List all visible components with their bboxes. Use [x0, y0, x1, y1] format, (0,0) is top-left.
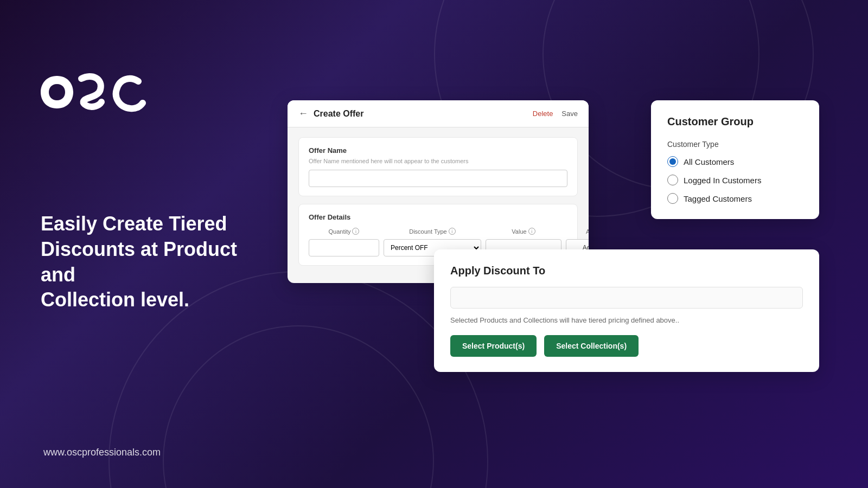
bg-decoration-circle-4 — [163, 325, 434, 488]
quantity-input[interactable] — [309, 239, 379, 256]
apply-discount-buttons: Select Product(s) Select Collection(s) — [450, 335, 803, 357]
offer-name-hint: Offer Name mentioned here will not appea… — [309, 158, 567, 164]
radio-all-customers[interactable]: All Customers — [667, 156, 803, 167]
offer-name-label: Offer Name — [309, 146, 567, 155]
card-header-left: ← Create Offer — [298, 108, 363, 119]
tagline: Easily Create Tiered Discounts at Produc… — [41, 211, 269, 313]
radio-tagged-customers-label: Tagged Customers — [684, 194, 752, 203]
card-header-right: Delete Save — [533, 110, 578, 118]
radio-logged-in-customers[interactable]: Logged In Customers — [667, 175, 803, 185]
discount-type-info-icon: i — [449, 228, 456, 235]
customer-group-card: Customer Group Customer Type All Custome… — [651, 100, 819, 219]
tagline-line3: Collection level. — [41, 288, 189, 311]
logo-area — [41, 65, 149, 116]
delete-button[interactable]: Delete — [533, 110, 553, 118]
website-url: www.oscprofessionals.com — [43, 447, 161, 458]
col-actions: Actions — [566, 228, 589, 235]
tagline-line1: Easily Create Tiered — [41, 213, 227, 235]
col-quantity: Quantity i — [309, 228, 379, 235]
tagline-line2: Discounts at Product and — [41, 238, 237, 286]
radio-logged-in-customers-input[interactable] — [667, 175, 678, 185]
radio-tagged-customers[interactable]: Tagged Customers — [667, 193, 803, 204]
radio-all-customers-label: All Customers — [684, 157, 734, 166]
radio-all-customers-input[interactable] — [667, 156, 678, 167]
table-headers: Quantity i Discount Type i Value i Actio… — [309, 228, 567, 235]
radio-tagged-customers-input[interactable] — [667, 193, 678, 204]
website-url-text: www.oscprofessionals.com — [43, 447, 161, 458]
apply-discount-title: Apply Discount To — [450, 265, 803, 277]
customer-type-radio-group: All Customers Logged In Customers Tagged… — [667, 156, 803, 204]
back-arrow-icon[interactable]: ← — [298, 108, 308, 119]
customer-group-title: Customer Group — [667, 115, 803, 128]
customer-type-label: Customer Type — [667, 140, 803, 149]
select-product-button[interactable]: Select Product(s) — [450, 335, 537, 357]
apply-discount-card: Apply Discount To Selected Products and … — [434, 249, 819, 372]
card-header: ← Create Offer Delete Save — [288, 100, 589, 127]
create-offer-title: Create Offer — [314, 109, 363, 119]
osc-logo — [41, 65, 149, 114]
apply-discount-empty-area — [450, 287, 803, 309]
offer-name-section: Offer Name Offer Name mentioned here wil… — [298, 137, 578, 196]
col-discount-type: Discount Type i — [384, 228, 481, 235]
quantity-info-icon: i — [352, 228, 359, 235]
radio-logged-in-customers-label: Logged In Customers — [684, 176, 761, 185]
save-button[interactable]: Save — [561, 110, 578, 118]
offer-details-header: Offer Details — [309, 213, 567, 221]
apply-discount-hint: Selected Products and Collections will h… — [450, 316, 803, 324]
col-value: Value i — [486, 228, 561, 235]
value-info-icon: i — [528, 228, 535, 235]
offer-name-input[interactable] — [309, 170, 567, 187]
select-collection-button[interactable]: Select Collection(s) — [544, 335, 639, 357]
